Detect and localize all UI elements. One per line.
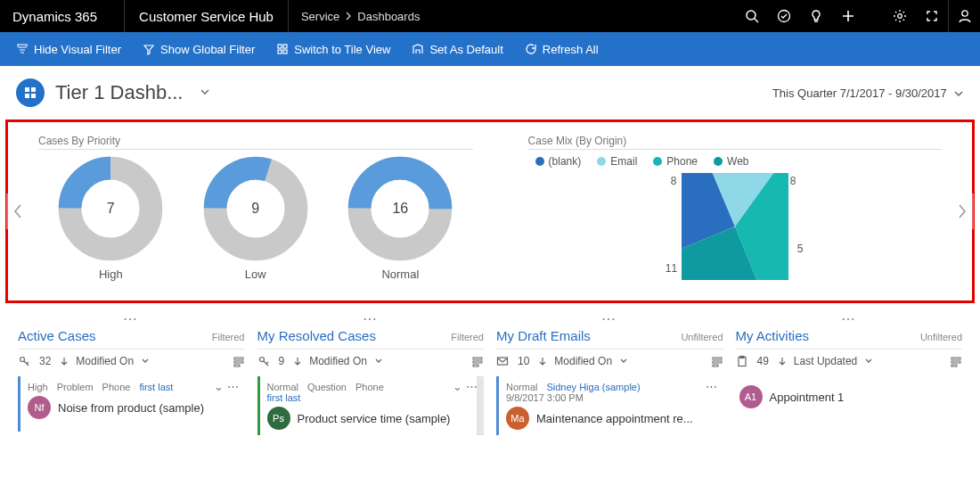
gear-icon[interactable] — [884, 0, 916, 32]
stream-more-icon[interactable]: ⋯ — [736, 310, 963, 326]
cmd-set-default[interactable]: Set As Default — [403, 32, 511, 66]
list-item[interactable]: ⋯ Normal Sidney Higa (sample) 9/8/2017 3… — [496, 376, 723, 435]
donut-normal[interactable]: 16 Normal — [347, 155, 453, 281]
svg-rect-38 — [951, 365, 957, 366]
scroll-right-button[interactable] — [951, 193, 974, 229]
stream-count: 49 — [757, 355, 769, 367]
add-icon[interactable] — [832, 0, 864, 32]
breadcrumb-dashboards[interactable]: Dashboards — [357, 10, 420, 23]
item-title: Maintenance appointment re... — [536, 412, 693, 425]
streams-row: ⋯ Active Cases Filtered 32 Modified On ⌄… — [0, 303, 980, 442]
svg-rect-36 — [951, 358, 960, 359]
queue-icon[interactable] — [233, 355, 245, 367]
cmd-switch-tile-view[interactable]: Switch to Tile View — [267, 32, 399, 66]
svg-rect-9 — [31, 87, 36, 92]
product-switcher[interactable]: Dynamics 365 — [0, 0, 125, 32]
sort-arrow-icon[interactable] — [538, 357, 547, 366]
search-icon[interactable] — [736, 0, 768, 32]
chart-legend: (blank) Email Phone Web — [535, 155, 942, 168]
stream-more-icon[interactable]: ⋯ — [257, 310, 485, 326]
chevron-down-icon[interactable] — [864, 357, 873, 366]
card-title: Cases By Priority — [38, 135, 473, 147]
cmd-label: Switch to Tile View — [294, 43, 390, 56]
pie-chart[interactable]: 8 8 5 11 — [528, 173, 942, 289]
queue-icon[interactable] — [711, 355, 723, 367]
svg-rect-25 — [234, 365, 240, 366]
list-item[interactable]: A1 Appointment 1 — [736, 376, 963, 432]
breadcrumb-service[interactable]: Service — [301, 10, 339, 23]
sort-field[interactable]: Modified On — [76, 355, 134, 367]
stream-title[interactable]: My Draft Emails — [496, 328, 591, 343]
chevron-down-icon[interactable] — [374, 357, 383, 366]
legend-item[interactable]: (blank) — [535, 155, 582, 168]
svg-point-22 — [20, 358, 25, 362]
legend-item[interactable]: Email — [597, 155, 637, 168]
scrollbar[interactable] — [477, 376, 484, 435]
stream-filter-state: Unfiltered — [681, 332, 723, 342]
stream-more-icon[interactable]: ⋯ — [18, 310, 245, 326]
donut-low[interactable]: 9 Low — [202, 155, 309, 281]
item-more-icon[interactable]: ⋯ — [706, 380, 718, 393]
card-cases-by-priority: Cases By Priority 7 High — [28, 128, 484, 295]
sort-field[interactable]: Modified On — [309, 355, 367, 367]
scroll-left-button[interactable] — [6, 193, 29, 229]
item-more-icon[interactable]: ⋯ — [227, 380, 240, 393]
stream-more-icon[interactable]: ⋯ — [496, 310, 723, 326]
tag-link[interactable]: Sidney Higa (sample) — [546, 382, 640, 392]
expand-icon[interactable] — [916, 0, 948, 32]
date-range-picker[interactable]: This Quarter 7/1/2017 - 9/30/2017 — [772, 86, 964, 100]
tag: Phone — [102, 382, 131, 392]
card-title: Case Mix (By Origin) — [528, 135, 942, 147]
chevron-down-icon[interactable]: ⌄ — [214, 380, 224, 393]
chevron-right-icon — [345, 12, 352, 21]
date-range-label: This Quarter 7/1/2017 - 9/30/2017 — [772, 86, 947, 100]
user-avatar[interactable] — [948, 0, 980, 32]
stream-filter-state: Filtered — [212, 332, 245, 342]
donut-label: Normal — [347, 268, 453, 281]
tag: Normal — [506, 382, 537, 392]
list-item[interactable]: ⌄ ⋯ High Problem Phone first last Nf Noi… — [18, 376, 245, 432]
stream-title[interactable]: My Resolved Cases — [257, 328, 376, 343]
svg-point-26 — [259, 358, 264, 362]
sort-field[interactable]: Last Updated — [794, 355, 857, 367]
cmd-refresh-all[interactable]: Refresh All — [516, 32, 608, 66]
clipboard-icon — [736, 355, 748, 367]
sort-arrow-icon[interactable] — [293, 357, 302, 366]
stream-title[interactable]: Active Cases — [18, 328, 96, 343]
app-title[interactable]: Customer Service Hub — [125, 0, 289, 32]
svg-rect-8 — [25, 87, 29, 92]
list-item[interactable]: ⌄ ⋯ Normal Question Phone first last Ps … — [257, 376, 485, 435]
legend-item[interactable]: Web — [714, 155, 748, 168]
sort-arrow-icon[interactable] — [60, 357, 69, 366]
stream-title[interactable]: My Activities — [736, 328, 810, 343]
legend-label: (blank) — [549, 155, 582, 168]
chevron-down-icon[interactable] — [141, 357, 150, 366]
queue-icon[interactable] — [950, 355, 962, 367]
tag-link[interactable]: first last — [139, 382, 173, 392]
lightbulb-icon[interactable] — [800, 0, 832, 32]
header-icons — [736, 0, 948, 32]
page-title: Tier 1 Dashb... — [55, 81, 183, 104]
sort-arrow-icon[interactable] — [778, 357, 787, 366]
svg-rect-28 — [473, 361, 482, 363]
sort-field[interactable]: Modified On — [554, 355, 612, 367]
queue-icon[interactable] — [471, 355, 484, 367]
cmd-show-global-filter[interactable]: Show Global Filter — [134, 32, 264, 66]
task-icon[interactable] — [768, 0, 800, 32]
card-case-mix-origin: Case Mix (By Origin) (blank) Email Phone… — [518, 128, 952, 295]
chevron-down-icon[interactable]: ⌄ — [453, 380, 462, 393]
pie-label: 8 — [790, 175, 796, 187]
cmd-hide-visual-filter[interactable]: Hide Visual Filter — [7, 32, 130, 66]
dashboard-picker[interactable] — [199, 86, 211, 101]
legend-item[interactable]: Phone — [653, 155, 698, 168]
svg-point-0 — [747, 11, 755, 20]
donut-high[interactable]: 7 High — [57, 155, 164, 281]
tag-link[interactable]: first last — [267, 392, 301, 403]
svg-rect-11 — [31, 94, 36, 98]
donut-value: 16 — [347, 155, 453, 262]
chevron-down-icon[interactable] — [619, 357, 628, 366]
svg-rect-10 — [25, 94, 29, 98]
breadcrumb: Service Dashboards — [289, 10, 432, 23]
cmd-label: Refresh All — [543, 43, 599, 56]
svg-rect-24 — [234, 361, 243, 363]
